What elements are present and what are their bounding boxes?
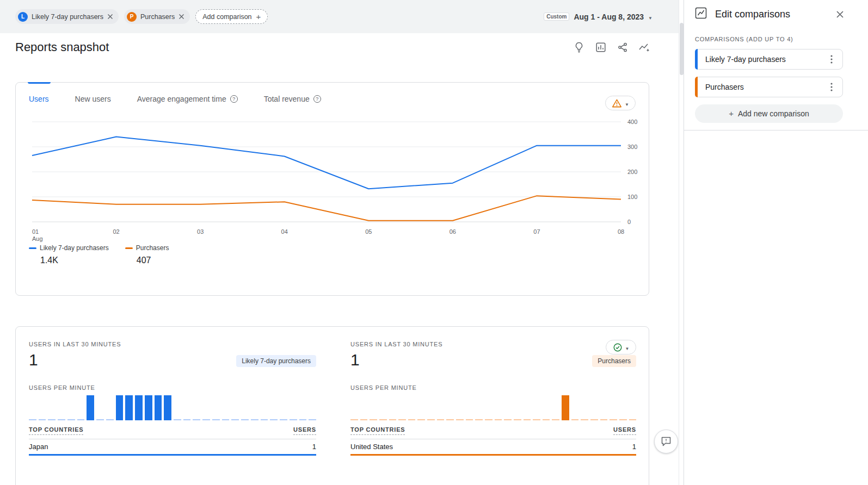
chart-legend: Likely 7-day purchasers 1.4K Purchasers … <box>29 244 169 265</box>
chevron-down-icon <box>625 98 629 108</box>
users-per-minute-chart <box>29 395 316 420</box>
close-icon[interactable] <box>178 14 184 20</box>
comparison-avatar: P <box>127 12 137 22</box>
plus-icon <box>729 109 734 118</box>
legend-dash <box>29 247 36 249</box>
svg-text:08: 08 <box>618 228 624 235</box>
top-countries-header[interactable]: TOP COUNTRIES <box>29 426 83 435</box>
comparison-avatar: L <box>18 12 28 22</box>
comparison-chip-label: Likely 7-day purchasers <box>32 13 103 21</box>
help-icon[interactable] <box>313 95 321 103</box>
legend-value: 407 <box>137 256 169 265</box>
edit-comparisons-panel: Edit comparisons COMPARISONS (ADD UP TO … <box>684 0 868 485</box>
legend-value: 1.4K <box>40 256 109 265</box>
svg-text:01: 01 <box>32 228 39 235</box>
legend-label: Purchasers <box>136 244 169 252</box>
comparison-chip-likely[interactable]: L Likely 7-day purchasers <box>15 9 119 24</box>
svg-text:100: 100 <box>627 194 637 200</box>
divider <box>684 130 868 130</box>
warning-triangle-icon <box>612 98 622 108</box>
comparison-accent <box>695 77 698 97</box>
close-icon[interactable] <box>836 10 844 18</box>
feedback-icon <box>661 436 672 447</box>
customize-report-icon[interactable] <box>595 41 607 53</box>
comparison-chip-purchasers[interactable]: P Purchasers <box>124 9 190 24</box>
svg-text:04: 04 <box>281 228 288 235</box>
countries-table-header: TOP COUNTRIES USERS <box>29 426 316 439</box>
legend-dash <box>125 247 133 249</box>
comparison-badge: Purchasers <box>592 355 636 367</box>
svg-text:03: 03 <box>197 228 204 235</box>
data-quality-warning-indicator[interactable] <box>605 96 636 110</box>
main-area: L Likely 7-day purchasers P Purchasers A… <box>0 0 679 485</box>
kebab-menu-icon[interactable] <box>825 80 838 94</box>
check-circle-icon <box>613 343 623 352</box>
title-row: Reports snapshot <box>15 33 650 61</box>
users-30min-label: USERS IN LAST 30 MINUTES <box>350 341 442 347</box>
add-new-comparison-button[interactable]: Add new comparison <box>695 104 843 123</box>
country-row: United States 1 <box>350 443 636 451</box>
comparison-item-label: Purchasers <box>705 83 825 91</box>
comparison-item-likely[interactable]: Likely 7-day purchasers <box>695 49 843 70</box>
page-title: Reports snapshot <box>15 40 109 54</box>
comparison-accent <box>695 49 698 70</box>
legend-label: Likely 7-day purchasers <box>40 244 109 252</box>
date-range-text: Aug 1 - Aug 8, 2023 <box>574 13 644 21</box>
svg-text:300: 300 <box>627 144 637 150</box>
plus-icon <box>256 13 261 21</box>
tab-total-revenue[interactable]: Total revenue <box>264 95 321 103</box>
active-tab-indicator <box>28 82 51 84</box>
users-column-header[interactable]: USERS <box>613 426 636 435</box>
tab-average-engagement-time[interactable]: Average engagement time <box>137 95 238 103</box>
legend-item-likely: Likely 7-day purchasers 1.4K <box>29 244 109 265</box>
comparisons-chart-icon <box>695 7 707 21</box>
country-name: United States <box>350 443 393 451</box>
kebab-menu-icon[interactable] <box>825 53 838 66</box>
svg-text:400: 400 <box>627 119 637 125</box>
comparisons-section-label: COMPARISONS (ADD UP TO 4) <box>695 36 793 42</box>
help-icon[interactable] <box>230 95 238 103</box>
vertical-scrollbar[interactable] <box>679 0 684 485</box>
comparison-badge: Likely 7-day purchasers <box>236 355 316 367</box>
svg-text:05: 05 <box>365 228 372 235</box>
tab-new-users[interactable]: New users <box>75 95 111 103</box>
date-type-tag: Custom <box>544 13 569 21</box>
realtime-card: USERS IN LAST 30 MINUTES 1 Likely 7-day … <box>15 326 649 485</box>
metric-tabs: Users New users Average engagement time … <box>29 95 321 103</box>
users-30min-value: 1 <box>29 351 38 369</box>
scrollbar-thumb[interactable] <box>680 23 684 75</box>
feedback-button[interactable] <box>654 430 678 453</box>
chevron-down-icon <box>648 12 652 22</box>
add-comparison-label: Add comparison <box>202 13 251 21</box>
svg-text:07: 07 <box>533 228 540 235</box>
svg-text:06: 06 <box>450 228 456 235</box>
top-countries-header[interactable]: TOP COUNTRIES <box>350 426 405 435</box>
share-icon[interactable] <box>617 41 629 53</box>
comparison-item-label: Likely 7-day purchasers <box>705 55 825 64</box>
realtime-status-indicator[interactable] <box>606 340 636 355</box>
metrics-chart-card: Users New users Average engagement time … <box>15 82 649 296</box>
users-column-header[interactable]: USERS <box>293 426 316 435</box>
svg-text:Aug: Aug <box>32 235 43 242</box>
comparison-bar: L Likely 7-day purchasers P Purchasers A… <box>0 0 679 33</box>
svg-text:0: 0 <box>627 219 631 225</box>
svg-text:200: 200 <box>627 169 637 175</box>
country-share-bar <box>350 454 636 456</box>
users-per-minute-label: USERS PER MINUTE <box>29 384 95 391</box>
users-per-minute-label: USERS PER MINUTE <box>350 384 417 391</box>
country-row: Japan 1 <box>29 443 316 451</box>
app-root: L Likely 7-day purchasers P Purchasers A… <box>0 0 868 485</box>
country-name: Japan <box>29 443 48 451</box>
insights-lightbulb-icon[interactable] <box>573 41 585 53</box>
chevron-down-icon <box>625 343 630 352</box>
realtime-panel-likely: USERS IN LAST 30 MINUTES 1 Likely 7-day … <box>29 327 316 485</box>
insights-sparkline-icon[interactable] <box>638 41 650 53</box>
close-icon[interactable] <box>107 14 113 20</box>
comparison-item-purchasers[interactable]: Purchasers <box>695 77 843 97</box>
date-range-picker[interactable]: Custom Aug 1 - Aug 8, 2023 <box>544 12 652 22</box>
users-30min-value: 1 <box>350 351 360 369</box>
report-toolbar <box>573 41 650 53</box>
tab-users[interactable]: Users <box>29 95 49 103</box>
panel-title: Edit comparisons <box>715 9 828 20</box>
add-comparison-button[interactable]: Add comparison <box>195 9 268 24</box>
